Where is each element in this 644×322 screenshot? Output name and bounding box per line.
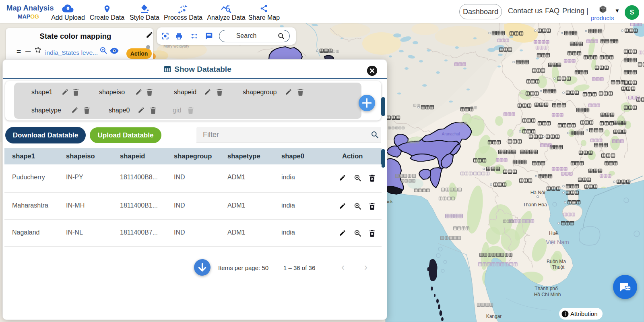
svg-text:Việt Nam: Việt Nam bbox=[546, 239, 569, 245]
svg-text:Buôn Ma: Buôn Ma bbox=[547, 259, 566, 264]
svg-text:Thuột: Thuột bbox=[552, 264, 565, 270]
svg-text:Arunachal: Arunachal bbox=[442, 132, 460, 136]
svg-text:Kangar: Kangar bbox=[486, 314, 502, 319]
svg-text:Huế: Huế bbox=[549, 231, 558, 236]
svg-text:Thanh Hóa: Thanh Hóa bbox=[523, 202, 547, 208]
svg-text:Hồ Chí Minh: Hồ Chí Minh bbox=[534, 292, 561, 297]
svg-text:Hà Nội: Hà Nội bbox=[530, 190, 545, 195]
svg-text:Thành phố: Thành phố bbox=[535, 286, 558, 291]
